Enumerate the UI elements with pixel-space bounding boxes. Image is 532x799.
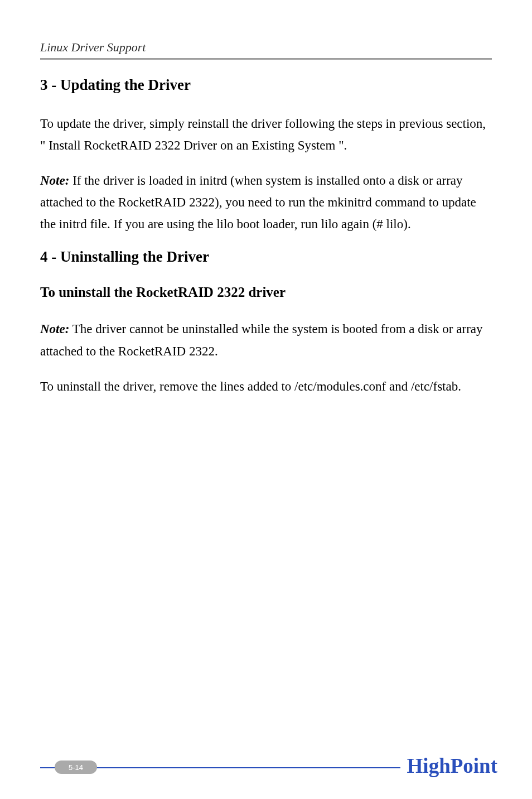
section-3-paragraph-1: To update the driver, simply reinstall t… [40, 113, 492, 156]
header-divider [40, 58, 492, 60]
page: Linux Driver Support 3 - Updating the Dr… [0, 0, 532, 799]
section-4-subtitle: To uninstall the RocketRAID 2322 driver [40, 285, 492, 300]
page-number-badge: 5-14 [55, 761, 97, 774]
note-text: The driver cannot be uninstalled while t… [40, 322, 483, 358]
page-footer: 5-14 HighPoint [40, 758, 492, 777]
section-4-title: 4 - Uninstalling the Driver [40, 248, 492, 266]
note-text: If the driver is loaded in initrd (when … [40, 174, 476, 231]
note-label: Note: [40, 174, 69, 187]
note-label: Note: [40, 322, 69, 336]
section-4-paragraph-1: To uninstall the driver, remove the line… [40, 376, 492, 397]
header-title: Linux Driver Support [40, 40, 146, 54]
section-4-note: Note: The driver cannot be uninstalled w… [40, 318, 492, 362]
page-number: 5-14 [69, 763, 83, 772]
section-3-note: Note: If the driver is loaded in initrd … [40, 170, 492, 235]
highpoint-logo: HighPoint [400, 754, 497, 778]
section-3-title: 3 - Updating the Driver [40, 76, 492, 94]
page-header: Linux Driver Support [40, 40, 492, 60]
